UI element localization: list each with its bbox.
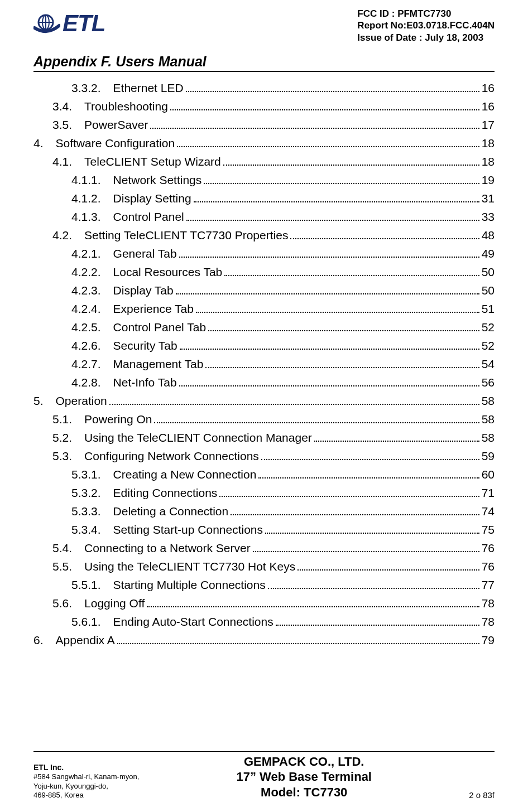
table-of-contents: 3.3.2.Ethernet LED163.4.Troubleshooting1… xyxy=(33,82,495,646)
toc-leader-dots xyxy=(205,359,479,368)
toc-entry-title: General Tab xyxy=(113,248,177,259)
toc-entry-page: 33 xyxy=(482,211,495,223)
toc-entry-number: 5.5.1. xyxy=(71,579,113,591)
toc-entry-number: 5. xyxy=(33,395,56,407)
toc-entry-title: Experience Tab xyxy=(113,303,194,315)
toc-entry-title: Control Panel xyxy=(113,211,184,223)
footer-addr2: Yoju-kun, Kyounggi-do, xyxy=(33,782,139,791)
toc-entry: 4.2.5.Control Panel Tab52 xyxy=(33,321,495,334)
toc-entry-title: Starting Multiple Connections xyxy=(113,579,266,591)
toc-entry: 4.1.2.Display Setting31 xyxy=(33,192,495,205)
toc-entry-page: 75 xyxy=(482,524,495,535)
toc-entry-page: 59 xyxy=(482,450,495,462)
toc-entry: 5.3.4.Setting Start-up Connections75 xyxy=(33,524,495,536)
footer-address: ETL Inc. #584 Sangwhal-ri, Kanam-myon, Y… xyxy=(33,763,139,800)
toc-entry-number: 4.1.2. xyxy=(71,192,113,204)
toc-leader-dots xyxy=(176,285,479,294)
toc-leader-dots xyxy=(147,598,479,607)
toc-entry-page: 48 xyxy=(482,229,495,241)
toc-entry-number: 4.2.5. xyxy=(71,321,113,333)
toc-entry: 5.3.2.Editing Connections71 xyxy=(33,487,495,499)
toc-entry-title: Troubleshooting xyxy=(84,100,168,112)
toc-leader-dots xyxy=(223,156,479,166)
footer-company: ETL Inc. xyxy=(33,763,139,773)
toc-entry: 5.Operation58 xyxy=(33,395,495,407)
toc-entry: 5.2.Using the TeleCLIENT Connection Mana… xyxy=(33,432,495,444)
toc-leader-dots xyxy=(231,506,479,515)
toc-entry-title: Net-Info Tab xyxy=(113,376,177,388)
toc-entry-title: Network Settings xyxy=(113,174,202,186)
toc-leader-dots xyxy=(219,487,479,497)
toc-entry-title: TeleCLIENT Setup Wizard xyxy=(84,156,221,167)
toc-entry-title: Editing Connections xyxy=(113,487,218,499)
toc-leader-dots xyxy=(265,524,479,534)
toc-leader-dots xyxy=(179,248,479,258)
toc-entry-title: Creating a New Connection xyxy=(113,468,257,480)
toc-entry-page: 18 xyxy=(482,156,495,167)
toc-entry-page: 60 xyxy=(482,468,495,480)
toc-entry-number: 5.6. xyxy=(52,597,84,609)
toc-entry-title: Local Resources Tab xyxy=(113,266,223,278)
toc-leader-dots xyxy=(268,579,479,589)
toc-entry: 6.Appendix A79 xyxy=(33,634,495,646)
document-header: ETL FCC ID : PFMTC7730 Report No:E03.071… xyxy=(33,0,495,56)
toc-entry-title: Display Setting xyxy=(113,192,191,204)
footer-center-2: 17” Web Base Terminal xyxy=(236,769,372,785)
toc-leader-dots xyxy=(297,561,479,571)
toc-entry-page: 52 xyxy=(482,321,495,333)
toc-entry-number: 5.3.1. xyxy=(71,468,113,480)
header-info: FCC ID : PFMTC7730 Report No:E03.0718.FC… xyxy=(357,8,495,44)
toc-entry: 4.2.8.Net-Info Tab56 xyxy=(33,376,495,389)
toc-entry: 5.5.Using the TeleCLIENT TC7730 Hot Keys… xyxy=(33,560,495,573)
toc-entry-number: 4.2.2. xyxy=(71,266,113,278)
toc-entry-page: 79 xyxy=(482,634,495,646)
toc-entry-title: Deleting a Connection xyxy=(113,505,229,517)
toc-entry: 5.1.Powering On58 xyxy=(33,413,495,426)
toc-entry-number: 5.1. xyxy=(52,413,84,425)
toc-leader-dots xyxy=(258,469,479,478)
toc-entry-page: 77 xyxy=(482,579,495,591)
toc-entry: 5.6.Logging Off78 xyxy=(33,597,495,610)
document-footer: ETL Inc. #584 Sangwhal-ri, Kanam-myon, Y… xyxy=(33,751,495,800)
toc-entry-title: Connecting to a Network Server xyxy=(84,542,251,554)
toc-entry: 4.1.3.Control Panel33 xyxy=(33,211,495,223)
toc-entry-number: 4.2.3. xyxy=(71,284,113,296)
toc-leader-dots xyxy=(154,414,479,423)
report-no: Report No:E03.0718.FCC.404N xyxy=(357,20,495,31)
toc-entry-number: 5.2. xyxy=(52,432,84,443)
toc-entry-number: 4.2. xyxy=(52,229,84,241)
toc-leader-dots xyxy=(224,267,479,276)
toc-entry-title: Ending Auto-Start Connections xyxy=(113,616,273,627)
toc-leader-dots xyxy=(186,83,479,92)
toc-entry-page: 49 xyxy=(482,248,495,259)
toc-entry-title: PowerSaver xyxy=(84,119,148,130)
toc-leader-dots xyxy=(204,175,479,184)
toc-entry-number: 5.4. xyxy=(52,542,84,554)
toc-leader-dots xyxy=(194,193,479,202)
toc-entry-number: 5.3.4. xyxy=(71,524,113,535)
footer-center-3: Model: TC7730 xyxy=(236,785,372,800)
toc-entry: 5.3.1.Creating a New Connection60 xyxy=(33,468,495,481)
toc-entry-page: 71 xyxy=(482,487,495,499)
toc-entry-title: Security Tab xyxy=(113,340,177,351)
footer-center-1: GEMPACK CO., LTD. xyxy=(236,754,372,770)
toc-entry: 3.5.PowerSaver17 xyxy=(33,119,495,131)
toc-leader-dots xyxy=(186,211,479,221)
toc-entry-number: 5.6.1. xyxy=(71,616,113,627)
toc-entry: 4.2.6.Security Tab52 xyxy=(33,340,495,352)
toc-entry-title: Setting Start-up Connections xyxy=(113,524,263,535)
toc-entry: 4.2.2.Local Resources Tab50 xyxy=(33,266,495,278)
toc-entry-page: 76 xyxy=(482,560,495,572)
toc-leader-dots xyxy=(314,432,479,442)
toc-entry-title: Software Configuration xyxy=(56,137,175,149)
toc-leader-dots xyxy=(253,543,479,552)
fcc-id: FCC ID : PFMTC7730 xyxy=(357,8,495,20)
toc-leader-dots xyxy=(180,340,479,350)
toc-entry-page: 78 xyxy=(482,597,495,609)
toc-entry: 3.4.Troubleshooting16 xyxy=(33,100,495,113)
toc-entry-page: 78 xyxy=(482,616,495,627)
toc-entry-title: Display Tab xyxy=(113,284,174,296)
toc-leader-dots xyxy=(109,395,479,405)
toc-entry-number: 4.2.7. xyxy=(71,358,113,370)
toc-entry-page: 16 xyxy=(482,100,495,112)
